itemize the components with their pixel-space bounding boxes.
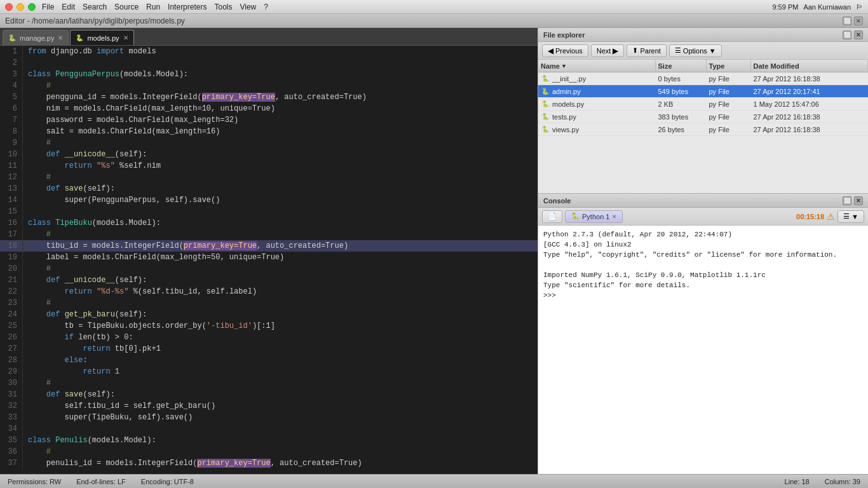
file-explorer-toolbar: ◀ Previous Next ▶ ⬆ Parent ☰ Options ▼ bbox=[538, 42, 868, 60]
line-content: def save(self): bbox=[28, 183, 538, 194]
console-tab-close[interactable]: ✕ bbox=[612, 214, 617, 220]
editor-window-controls[interactable]: ⬜ ✕ bbox=[843, 17, 863, 25]
file-row[interactable]: 🐍views.py26 bytespy File27 Apr 2012 16:1… bbox=[538, 123, 868, 136]
line-content: # bbox=[28, 229, 538, 240]
line-number: 37 bbox=[0, 458, 23, 469]
status-bar: Permissions: RW End-of-lines: LF Encodin… bbox=[0, 474, 868, 488]
code-line-33: 33 super(TipeBuku, self).save() bbox=[0, 412, 538, 423]
menu-run[interactable]: Run bbox=[146, 3, 160, 11]
line-content: label = models.CharField(max_length=50, … bbox=[28, 252, 538, 263]
console-restore-button[interactable]: ⬜ bbox=[843, 196, 851, 205]
console-tab-python1[interactable]: 🐍 Python 1 ✕ bbox=[565, 210, 623, 223]
line-number: 23 bbox=[0, 297, 23, 309]
line-number: 5 bbox=[0, 92, 23, 103]
file-row[interactable]: 🐍tests.py383 bytespy File27 Apr 2012 16:… bbox=[538, 111, 868, 123]
file-explorer-window-controls[interactable]: ⬜ ✕ bbox=[843, 30, 863, 39]
line-content bbox=[28, 206, 538, 217]
console-line: Type "scientific" for more details. bbox=[543, 280, 863, 290]
line-content: def get_pk_baru(self): bbox=[28, 309, 538, 320]
tab-manage-py[interactable]: 🐍 manage.py ✕ bbox=[3, 30, 69, 45]
line-number: 4 bbox=[0, 80, 23, 92]
minimize-button[interactable] bbox=[17, 3, 24, 11]
line-number: 29 bbox=[0, 366, 23, 377]
console-tab-label: Python 1 bbox=[582, 213, 609, 220]
menu-view[interactable]: View bbox=[240, 3, 256, 11]
editor-restore-button[interactable]: ⬜ bbox=[843, 17, 851, 25]
line-number: 15 bbox=[0, 206, 23, 217]
line-number: 10 bbox=[0, 149, 23, 160]
code-editor[interactable]: 1from django.db import models2 3class Pe… bbox=[0, 46, 538, 474]
code-line-29: 29 return 1 bbox=[0, 366, 538, 377]
file-row[interactable]: 🐍models.py2 KBpy File1 May 2012 15:47:06 bbox=[538, 98, 868, 111]
code-line-30: 30 # bbox=[0, 377, 538, 389]
console-panel: Console ⬜ ✕ 📄 🐍 Python 1 ✕ 00:15:18 ⚠ bbox=[538, 193, 868, 474]
console-toolbar: 📄 🐍 Python 1 ✕ 00:15:18 ⚠ ☰ ▼ bbox=[538, 208, 868, 226]
line-content: self.tibu_id = self.get_pk_baru() bbox=[28, 400, 538, 412]
code-line-3: 3class PenggunaPerpus(models.Model): bbox=[0, 69, 538, 80]
titlebar-time: 9:59 PM bbox=[772, 3, 798, 11]
console-options-button[interactable]: ☰ ▼ bbox=[837, 210, 864, 223]
line-content: super(PenggunaPerpus, self).save() bbox=[28, 194, 538, 206]
next-label: Next bbox=[597, 47, 611, 55]
menu-file[interactable]: File bbox=[42, 3, 54, 11]
fe-close-button[interactable]: ✕ bbox=[854, 30, 863, 39]
tab-models-py[interactable]: 🐍 models.py ✕ bbox=[70, 30, 133, 45]
editor-panel: 🐍 manage.py ✕ 🐍 models.py ✕ 1from django… bbox=[0, 28, 538, 474]
code-line-32: 32 self.tibu_id = self.get_pk_baru() bbox=[0, 400, 538, 412]
line-number: 19 bbox=[0, 252, 23, 263]
code-line-14: 14 super(PenggunaPerpus, self).save() bbox=[0, 194, 538, 206]
code-line-25: 25 tb = TipeBuku.objects.order_by('-tibu… bbox=[0, 320, 538, 332]
window-controls[interactable] bbox=[5, 3, 36, 11]
previous-button[interactable]: ◀ Previous bbox=[542, 44, 588, 57]
parent-label: Parent bbox=[640, 47, 660, 55]
options-button[interactable]: ☰ Options ▼ bbox=[669, 44, 722, 57]
menu-interpreters[interactable]: Interpreters bbox=[168, 3, 207, 11]
file-icon: 🐍 bbox=[541, 125, 550, 134]
file-date: 27 Apr 2012 16:18:38 bbox=[751, 111, 869, 123]
file-type: py File bbox=[707, 111, 751, 123]
flag-icon: 🏳 bbox=[856, 3, 863, 11]
console-time: 00:15:18 bbox=[796, 213, 824, 220]
line-number: 18 bbox=[0, 240, 23, 252]
tab-manage-close[interactable]: ✕ bbox=[58, 34, 63, 41]
editor-close-button[interactable]: ✕ bbox=[854, 17, 863, 25]
file-row[interactable]: 🐍admin.py549 bytespy File27 Apr 2012 20:… bbox=[538, 85, 868, 98]
menu-source[interactable]: Source bbox=[114, 3, 139, 11]
line-content: pengguna_id = models.IntegerField(primar… bbox=[28, 92, 538, 103]
code-line-20: 20 # bbox=[0, 263, 538, 274]
parent-icon: ⬆ bbox=[632, 46, 638, 55]
close-button[interactable] bbox=[5, 3, 13, 11]
file-date: 27 Apr 2012 16:18:38 bbox=[751, 123, 869, 135]
parent-button[interactable]: ⬆ Parent bbox=[627, 44, 666, 57]
menu-search[interactable]: Search bbox=[83, 3, 107, 11]
menu-bar: File Edit Search Source Run Interpreters… bbox=[42, 3, 268, 11]
tab-models-close[interactable]: ✕ bbox=[123, 34, 128, 41]
line-number: 21 bbox=[0, 274, 23, 286]
console-close-button[interactable]: ✕ bbox=[854, 196, 863, 205]
menu-edit[interactable]: Edit bbox=[62, 3, 75, 11]
file-explorer-title: File explorer bbox=[543, 31, 585, 39]
maximize-button[interactable] bbox=[28, 3, 36, 11]
fe-restore-button[interactable]: ⬜ bbox=[843, 30, 851, 39]
code-line-24: 24 def get_pk_baru(self): bbox=[0, 309, 538, 320]
line-number: 8 bbox=[0, 126, 23, 137]
file-name: 🐍views.py bbox=[538, 123, 656, 135]
file-name: 🐍admin.py bbox=[538, 85, 656, 97]
menu-tools[interactable]: Tools bbox=[214, 3, 232, 11]
editor-path: Editor - /home/aan/latihan/py/diglib/per… bbox=[5, 17, 185, 25]
file-size: 549 bytes bbox=[656, 85, 707, 97]
line-content: tb = TipeBuku.objects.order_by('-tibu_id… bbox=[28, 320, 538, 332]
line-content: return "%d-%s" %(self.tibu_id, self.labe… bbox=[28, 286, 538, 297]
line-content: if len(tb) > 0: bbox=[28, 332, 538, 343]
line-number: 32 bbox=[0, 400, 23, 412]
next-button[interactable]: Next ▶ bbox=[591, 44, 625, 57]
file-row[interactable]: 🐍__init__.py0 bytespy File27 Apr 2012 16… bbox=[538, 72, 868, 85]
code-line-28: 28 else: bbox=[0, 355, 538, 366]
console-window-controls[interactable]: ⬜ ✕ bbox=[843, 196, 863, 205]
line-content: def save(self): bbox=[28, 389, 538, 400]
tab-manage-icon: 🐍 bbox=[8, 34, 16, 41]
console-file-button[interactable]: 📄 bbox=[542, 210, 562, 223]
line-content: def __unicode__(self): bbox=[28, 149, 538, 160]
menu-help[interactable]: ? bbox=[264, 3, 268, 11]
code-line-16: 16class TipeBuku(models.Model): bbox=[0, 217, 538, 229]
